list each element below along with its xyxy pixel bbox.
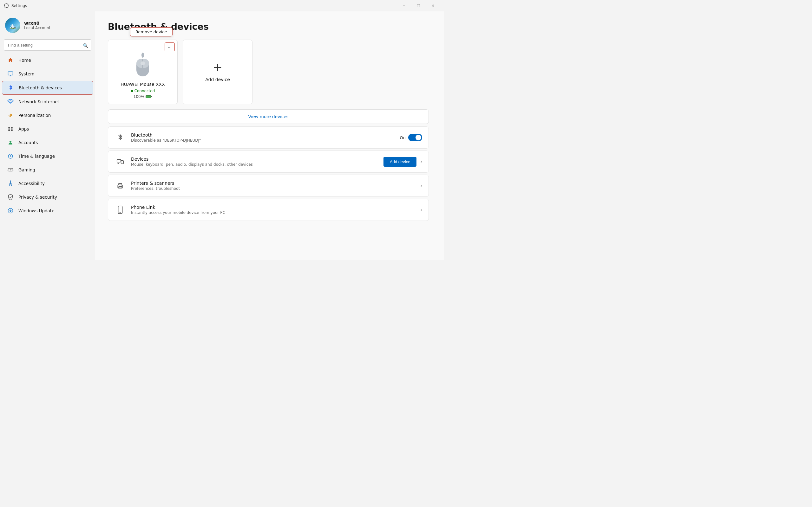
mouse-illustration [133,53,152,78]
accounts-icon [7,139,14,146]
sidebar-item-label-accessibility: Accessibility [18,181,45,186]
setting-printers-text: Printers & scanners Preferences, trouble… [131,181,415,191]
toggle-wrap-bluetooth: On [400,134,422,141]
sidebar-item-personalization[interactable]: Personalization [2,109,93,122]
device-name: HUAWEI Mouse XXX [120,82,165,87]
sidebar-item-label-network: Network & internet [18,99,59,104]
setting-row-bluetooth[interactable]: Bluetooth Discoverable as "DESKTOP-DJHEU… [108,126,429,149]
toggle-label-bluetooth: On [400,135,406,140]
sidebar-item-network[interactable]: Network & internet [2,95,93,108]
setting-phonelink-text: Phone Link Instantly access your mobile … [131,205,415,215]
apps-icon [7,125,14,132]
setting-devices-sub: Mouse, keyboard, pen, audio, displays an… [131,162,378,167]
sidebar-item-label-bluetooth: Bluetooth & devices [19,85,62,90]
svg-rect-23 [121,161,124,164]
battery-icon [146,95,152,99]
phonelink-chevron-icon: › [420,207,422,212]
setting-phonelink-right: › [420,207,422,212]
search-icon: 🔍 [83,43,88,48]
setting-printers-right: › [420,183,422,188]
remove-device-label: Remove device [136,30,167,34]
search-container: 🔍 [0,38,95,53]
setting-row-phonelink[interactable]: Phone Link Instantly access your mobile … [108,199,429,221]
sidebar-item-label-gaming: Gaming [18,167,35,172]
search-input[interactable] [4,39,91,51]
device-more-button[interactable]: ··· [165,43,175,51]
devices-add-device-button[interactable]: Add device [384,157,416,167]
sidebar-item-label-privacy: Privacy & security [18,194,57,200]
minimize-button[interactable]: − [397,1,411,11]
device-status-label: Connected [135,89,155,93]
sidebar-item-update[interactable]: Windows Update [2,204,93,217]
svg-point-7 [9,141,11,143]
sidebar-item-label-time: Time & language [18,154,55,159]
svg-rect-27 [119,187,122,188]
svg-point-13 [10,180,11,181]
sidebar-item-time[interactable]: Time & language [2,150,93,163]
devices-row: Remove device ··· HUAWEI Mouse XXX [108,40,429,104]
titlebar-title: Settings [11,3,27,8]
add-device-label: Add device [205,77,230,82]
sidebar-item-label-personalization: Personalization [18,113,51,118]
accessibility-icon [7,180,14,187]
restore-button[interactable]: ❐ [411,1,426,11]
svg-point-1 [10,103,11,104]
svg-point-28 [121,185,122,186]
setting-printers-sub: Preferences, troubleshoot [131,186,415,191]
svg-rect-20 [146,95,151,98]
close-button[interactable]: ✕ [426,1,440,11]
battery-percentage: 100% [134,95,144,99]
view-more-link: View more devices [248,114,289,119]
sidebar-item-apps[interactable]: Apps [2,122,93,135]
sidebar-item-bluetooth[interactable]: Bluetooth & devices [2,81,93,95]
svg-rect-3 [8,127,10,128]
titlebar: Settings − ❐ ✕ [0,0,444,11]
add-device-card[interactable]: + Add device [183,40,252,104]
user-name: wrxn0 [24,20,50,26]
personalization-icon [7,112,14,119]
setting-phonelink-title: Phone Link [131,205,415,210]
toggle-knob [415,135,421,140]
svg-point-12 [12,170,13,170]
sidebar: 🏔️ wrxn0 Local Account 🔍 Home [0,11,95,260]
sidebar-item-privacy[interactable]: Privacy & security [2,190,93,204]
svg-point-19 [142,53,144,58]
add-device-plus-icon: + [213,62,222,73]
setting-devices-right: Add device › [384,157,422,167]
devices-chevron-icon: › [420,159,422,164]
settings-section: Bluetooth Discoverable as "DESKTOP-DJHEU… [108,126,429,222]
bluetooth-icon [7,84,14,91]
sidebar-item-home[interactable]: Home [2,54,93,67]
setting-bluetooth-right: On [400,134,422,141]
setting-devices-title: Devices [131,157,378,162]
svg-point-11 [11,170,12,170]
setting-devices-icon [114,156,126,167]
setting-row-printers[interactable]: Printers & scanners Preferences, trouble… [108,175,429,197]
time-icon [7,153,14,160]
sidebar-item-label-accounts: Accounts [18,140,38,145]
network-icon [7,98,14,105]
svg-rect-22 [117,159,121,162]
sidebar-item-accounts[interactable]: Accounts [2,136,93,149]
setting-phonelink-sub: Instantly access your mobile device from… [131,210,415,215]
remove-device-popup[interactable]: Remove device [130,27,172,37]
gaming-icon [7,166,14,173]
device-battery: 100% [134,95,152,99]
user-section[interactable]: 🏔️ wrxn0 Local Account [0,14,95,38]
bluetooth-toggle[interactable] [408,134,422,141]
update-icon [7,207,14,214]
setting-row-devices[interactable]: Devices Mouse, keyboard, pen, audio, dis… [108,151,429,173]
status-dot [131,90,133,92]
sidebar-item-gaming[interactable]: Gaming [2,163,93,176]
sidebar-item-system[interactable]: System [2,67,93,80]
user-account-type: Local Account [24,26,50,30]
content-area: Bluetooth & devices Remove device ··· [95,11,444,260]
setting-devices-text: Devices Mouse, keyboard, pen, audio, dis… [131,157,378,167]
sidebar-item-accessibility[interactable]: Accessibility [2,177,93,190]
system-icon [7,70,14,77]
settings-app-icon [4,3,9,8]
setting-phonelink-icon [114,204,126,216]
avatar: 🏔️ [5,18,20,33]
view-more-bar[interactable]: View more devices [108,109,429,124]
sidebar-item-label-update: Windows Update [18,208,54,213]
